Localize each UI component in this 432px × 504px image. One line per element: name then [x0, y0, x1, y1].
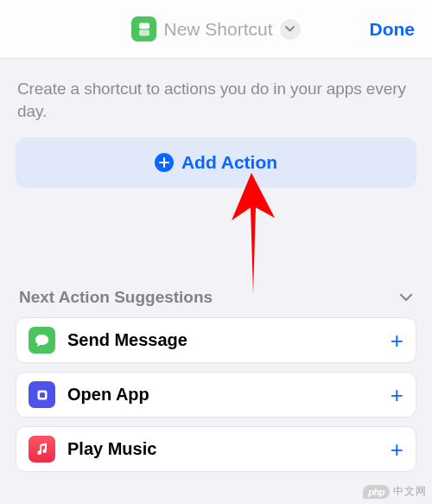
done-button[interactable]: Done — [370, 19, 416, 40]
shortcuts-icon — [29, 381, 55, 408]
suggestion-label: Send Message — [67, 330, 391, 350]
page-title: New Shortcut — [163, 19, 272, 40]
add-action-label: Add Action — [181, 152, 277, 173]
intro-text: Create a shortcut to actions you do in y… — [0, 59, 432, 137]
svg-rect-3 — [40, 392, 45, 398]
plus-icon: + — [391, 329, 403, 352]
suggestion-play-music[interactable]: Play Music + — [16, 426, 416, 472]
suggestions-title: Next Action Suggestions — [19, 288, 213, 307]
svg-rect-1 — [139, 29, 149, 35]
chevron-down-icon — [399, 290, 413, 305]
suggestion-open-app[interactable]: Open App + — [16, 372, 416, 418]
plus-icon: + — [391, 384, 403, 406]
navbar: New Shortcut Done — [0, 0, 432, 59]
suggestion-label: Play Music — [67, 439, 391, 459]
watermark: php 中文网 — [363, 484, 427, 499]
plus-icon: + — [391, 438, 403, 461]
add-action-button[interactable]: Add Action — [16, 137, 416, 188]
annotation-arrow-icon — [223, 173, 283, 294]
shortcuts-app-icon — [131, 16, 156, 41]
watermark-text: 中文网 — [393, 484, 427, 499]
chevron-down-icon[interactable] — [280, 19, 301, 40]
suggestions-header[interactable]: Next Action Suggestions — [16, 283, 416, 317]
messages-icon — [29, 327, 55, 354]
title-wrap[interactable]: New Shortcut — [131, 16, 300, 41]
plus-circle-icon — [155, 153, 174, 172]
music-icon — [29, 436, 55, 463]
suggestion-send-message[interactable]: Send Message + — [16, 317, 416, 363]
watermark-badge: php — [363, 485, 390, 499]
suggestions-section: Next Action Suggestions Send Message + O… — [0, 283, 432, 472]
svg-rect-0 — [139, 22, 149, 29]
suggestion-label: Open App — [67, 385, 391, 405]
